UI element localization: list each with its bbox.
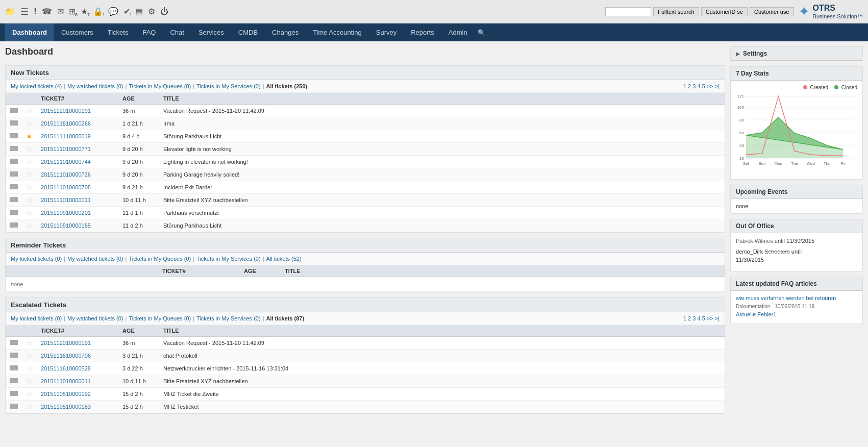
chat-icon-wrap[interactable]: 💬 [108, 7, 118, 16]
nav-item-customers[interactable]: Customers [54, 23, 101, 41]
esc-ticket-link[interactable]: 2015111610000706 [41, 353, 91, 359]
ticket-link[interactable]: 2015111010000744 [41, 159, 91, 165]
new-tickets-filter-services[interactable]: Tickets in My Services (0) [196, 83, 261, 89]
nav-item-tickets[interactable]: Tickets [101, 23, 136, 41]
nav-search-icon[interactable]: 🔍 [475, 24, 488, 41]
esc-flag-icon[interactable] [10, 404, 18, 409]
esc-ticket-link[interactable]: 2015110510000192 [41, 391, 91, 397]
esc-star-icon[interactable]: ☆ [26, 377, 33, 385]
flag-icon[interactable] [10, 210, 18, 215]
esc-col-ticket[interactable]: TICKET# [37, 325, 118, 337]
gear-icon-wrap[interactable]: ⚙ [148, 7, 155, 16]
folder-icon-wrap[interactable]: 📁 [5, 7, 15, 16]
nav-item-services[interactable]: Services [191, 23, 231, 41]
reminder-filter-all[interactable]: All tickets (52) [266, 256, 301, 262]
faq-link-1[interactable]: wie muss verfahren werden bei retouren [736, 295, 836, 301]
faq-link-3[interactable]: Aktuelle Fehler1 [736, 311, 777, 317]
esc-star-icon[interactable]: ☆ [26, 390, 33, 398]
ticket-link[interactable]: 2015110910000201 [41, 210, 91, 216]
reminder-filter-locked[interactable]: My locked tickets (0) [11, 256, 62, 262]
reminder-col-title[interactable]: TITLE [281, 265, 725, 277]
nav-item-survey[interactable]: Survey [369, 23, 404, 41]
new-tickets-filter-watched[interactable]: My watched tickets (0) [67, 83, 123, 89]
new-tickets-filter-queues[interactable]: Tickets in My Queues (0) [129, 83, 191, 89]
main-search-input[interactable] [605, 7, 651, 16]
check-icon-wrap[interactable]: ✔ 1 [123, 7, 130, 16]
nav-item-changes[interactable]: Changes [265, 23, 306, 41]
list-icon-wrap[interactable]: ☰ [20, 6, 29, 17]
esc-col-age[interactable]: AGE [118, 325, 159, 337]
esc-ticket-link[interactable]: 2015110510000183 [41, 404, 91, 410]
settings-widget-header[interactable]: ▶ Settings [731, 47, 862, 61]
nav-item-reports[interactable]: Reports [404, 23, 441, 41]
escalated-filter-all[interactable]: All tickets (87) [266, 315, 304, 321]
flag-icon[interactable] [10, 108, 18, 113]
escalated-tickets-pagination[interactable]: 1 2 3 4 5 >> >| [683, 315, 720, 321]
customeruser-search-button[interactable]: Customer use [750, 7, 793, 16]
ticket-link[interactable]: 2015111010000771 [41, 146, 91, 152]
ticket-link[interactable]: 2015111810000266 [41, 120, 91, 127]
esc-star-icon[interactable]: ☆ [26, 352, 33, 360]
esc-flag-icon[interactable] [10, 340, 18, 345]
power-icon-wrap[interactable]: ⏻ [160, 7, 168, 16]
seven-day-stats-header[interactable]: 7 Day Stats [731, 67, 862, 81]
reminder-col-ticket[interactable]: TICKET# [158, 265, 240, 277]
star-icon[interactable]: ☆ [26, 158, 33, 166]
flag-icon[interactable] [10, 171, 18, 177]
star-icon[interactable]: ☆ [26, 221, 33, 230]
upcoming-events-header[interactable]: Upcoming Events [731, 185, 862, 199]
star-icon[interactable]: ★ [26, 132, 33, 140]
esc-star-icon[interactable]: ☆ [26, 403, 33, 411]
reminder-col-age[interactable]: AGE [240, 265, 281, 277]
esc-flag-icon[interactable] [10, 391, 18, 396]
reminder-filter-services[interactable]: Tickets in My Services (0) [196, 256, 261, 262]
col-header-title[interactable]: TITLE [159, 93, 725, 105]
esc-flag-icon[interactable] [10, 353, 18, 358]
esc-ticket-link[interactable]: 2015111610000528 [41, 365, 91, 371]
grid-icon-wrap[interactable]: ⊞ 6 [69, 7, 76, 16]
reminder-filter-watched[interactable]: My watched tickets (0) [67, 256, 123, 262]
phone-icon-wrap[interactable]: ☎ [42, 7, 52, 16]
out-of-office-header[interactable]: Out Of Office [731, 219, 862, 233]
escalated-filter-services[interactable]: Tickets in My Services (0) [196, 315, 261, 321]
escalated-filter-queues[interactable]: Tickets in My Queues (0) [129, 315, 191, 321]
escalated-filter-watched[interactable]: My watched tickets (0) [67, 315, 123, 321]
email-icon-wrap[interactable]: ✉ [57, 7, 64, 16]
flag-icon[interactable] [10, 133, 18, 138]
esc-flag-icon[interactable] [10, 378, 18, 383]
ticket-link[interactable]: 2015111010000726 [41, 171, 91, 178]
star-icon[interactable]: ☆ [26, 119, 33, 128]
esc-ticket-link[interactable]: 2015112010000191 [41, 340, 91, 346]
flag-icon[interactable] [10, 222, 18, 228]
flag-icon[interactable] [10, 120, 18, 126]
exclamation-icon-wrap[interactable]: ! [34, 6, 37, 17]
flag-icon[interactable] [10, 159, 18, 164]
nav-item-time-accounting[interactable]: Time Accounting [306, 23, 369, 41]
esc-star-icon[interactable]: ☆ [26, 364, 33, 373]
esc-flag-icon[interactable] [10, 365, 18, 370]
lock-icon-wrap[interactable]: 🔒 1 [93, 7, 103, 16]
nav-item-faq[interactable]: FAQ [135, 23, 163, 41]
new-tickets-pagination[interactable]: 1 2 3 4 5 >> >| [683, 83, 720, 89]
esc-ticket-link[interactable]: 2015111010000011 [41, 378, 91, 384]
star-icon[interactable]: ☆ [26, 209, 33, 217]
star-icon[interactable]: ☆ [26, 107, 33, 115]
bell-icon-wrap[interactable]: ★ 7 [81, 7, 88, 16]
col-header-ticket-num[interactable]: TICKET# [37, 93, 118, 105]
fulltext-search-button[interactable]: Fulltext search [653, 7, 699, 16]
ticket-link[interactable]: 2015111010000011 [41, 197, 91, 203]
new-tickets-filter-all[interactable]: All tickets (250) [266, 83, 307, 89]
customerid-search-button[interactable]: CustomerID se [701, 7, 748, 16]
reminder-filter-queues[interactable]: Tickets in My Queues (0) [129, 256, 191, 262]
ticket-link[interactable]: 2015110910000185 [41, 222, 91, 229]
star-icon[interactable]: ☆ [26, 145, 33, 153]
flag-icon[interactable] [10, 146, 18, 151]
new-tickets-filter-locked[interactable]: My locked tickets (4) [11, 83, 62, 89]
flag-icon[interactable] [10, 197, 18, 202]
nav-item-admin[interactable]: Admin [441, 23, 475, 41]
ticket-link[interactable]: 2015112010000191 [41, 108, 91, 114]
latest-faq-header[interactable]: Latest updated FAQ articles [731, 277, 862, 291]
esc-star-icon[interactable]: ☆ [26, 339, 33, 347]
nav-item-chat[interactable]: Chat [163, 23, 191, 41]
ticket-link[interactable]: 2015111010000708 [41, 184, 91, 190]
